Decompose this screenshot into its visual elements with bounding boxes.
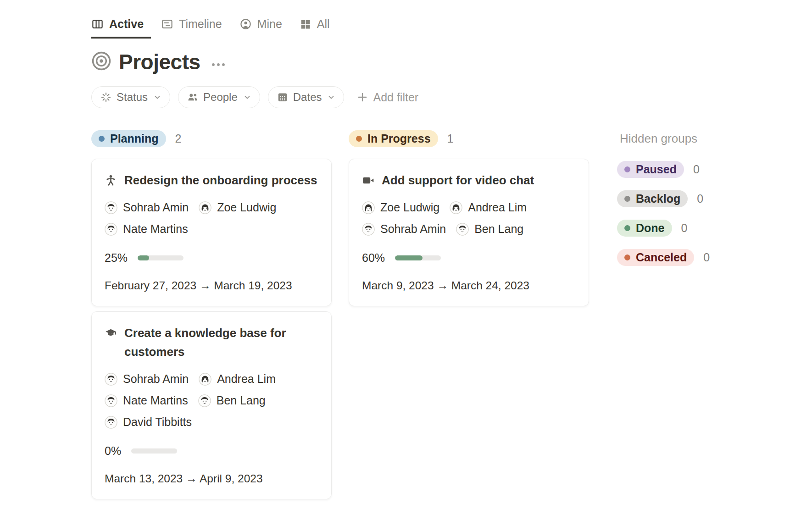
status-dot [624,254,630,260]
hidden-group-count: 0 [681,221,688,235]
graduation-cap-icon [105,327,117,361]
tab-label: Active [109,17,144,31]
progress-bar [131,448,177,454]
progress-value: 25% [105,251,128,265]
filter-dates[interactable]: Dates [268,86,345,108]
assignee: Ben Lang [456,222,523,236]
view-tabs: ActiveTimelineMineAll [91,17,794,39]
page-title[interactable]: Projects [119,50,200,74]
card-assignees: Sohrab AminAndrea LimNate MartinsBen Lan… [105,372,318,429]
avatar [105,201,117,214]
status-label: Done [636,221,665,235]
assignee-name: Ben Lang [474,222,523,236]
filter-label: Status [117,91,148,104]
assignee: Zoe Ludwig [362,201,439,214]
card-assignees: Zoe LudwigAndrea LimSohrab AminBen Lang [362,201,576,236]
avatar [456,223,469,236]
card-progress: 0% [105,444,318,458]
status-label: Canceled [636,251,687,264]
tab-active[interactable]: Active [91,17,151,39]
more-options-button[interactable] [211,60,225,68]
assignee: Nate Martins [105,394,188,407]
people-icon [187,91,199,103]
assignee-name: Nate Martins [123,394,188,407]
projects-board-page: ActiveTimelineMineAll Projects StatusPeo… [0,0,812,504]
status-dot [99,136,105,142]
status-badge-planning[interactable]: Planning [91,130,166,147]
assignee-name: Nate Martins [123,222,188,236]
status-dot [356,136,362,142]
assignee: Zoe Ludwig [199,201,276,214]
status-badge-paused[interactable]: Paused [617,161,684,178]
assignee: Nate Martins [105,222,188,236]
filter-people[interactable]: People [178,86,260,108]
progress-value: 60% [362,251,385,265]
hidden-group-canceled: Canceled0 [617,249,710,266]
assignee: Sohrab Amin [105,372,189,386]
avatar [450,201,462,214]
card-title-row: Add support for video chat [362,171,576,190]
hidden-group-done: Done0 [617,220,710,237]
status-badge-done[interactable]: Done [617,220,672,237]
card-dates: February 27, 2023 → March 19, 2023 [105,279,318,292]
avatar [105,223,117,236]
status-label: Planning [110,132,159,145]
hidden-groups-section: Hidden groups Paused0Backlog0Done0Cancel… [617,130,710,278]
status-badge-backlog[interactable]: Backlog [617,190,688,207]
assignee: Andrea Lim [450,201,527,214]
video-camera-icon [362,174,374,190]
hidden-group-count: 0 [693,163,700,176]
hidden-groups-title: Hidden groups [620,132,710,146]
avatar [105,394,117,407]
status-dot [624,166,630,172]
tab-label: Mine [257,17,282,31]
assignee-name: Ben Lang [217,394,266,407]
progress-fill [395,255,423,260]
avatar [199,373,211,386]
hidden-group-backlog: Backlog0 [617,190,710,207]
status-dot [624,196,630,202]
progress-bar [138,255,184,260]
card-title: Create a knowledge base for customers [124,324,318,361]
project-card[interactable]: Create a knowledge base for customersSoh… [91,311,332,499]
assignee: Sohrab Amin [362,222,446,236]
card-title-row: Redesign the onboarding process [105,171,318,190]
card-title-row: Create a knowledge base for customers [105,324,318,361]
card-dates: March 13, 2023 → April 9, 2023 [105,472,318,485]
status-label: In Progress [367,132,431,145]
filter-status[interactable]: Status [91,86,170,108]
kanban-board: Planning2Redesign the onboarding process… [91,130,794,504]
hidden-groups-list: Paused0Backlog0Done0Canceled0 [617,161,710,266]
progress-fill [138,255,149,260]
project-card[interactable]: Add support for video chatZoe LudwigAndr… [349,159,589,306]
assignee-name: Sohrab Amin [123,201,189,214]
column-count: 2 [175,132,182,145]
status-icon [100,91,112,103]
avatar [199,201,211,214]
assignee-name: Sohrab Amin [123,372,189,386]
column-header: In Progress1 [349,130,589,147]
add-filter-label: Add filter [373,91,418,104]
card-progress: 60% [362,251,576,265]
board-icon [91,18,104,30]
column-planning: Planning2Redesign the onboarding process… [91,130,332,504]
project-card[interactable]: Redesign the onboarding processSohrab Am… [91,159,332,306]
status-badge-in-progress[interactable]: In Progress [349,130,438,147]
plus-icon [356,91,368,103]
grid-icon [300,18,311,30]
add-filter-button[interactable]: Add filter [356,91,418,104]
assignee: David Tibbitts [105,415,192,429]
tab-mine[interactable]: Mine [239,17,289,39]
status-dot [624,225,630,231]
tab-timeline[interactable]: Timeline [161,17,229,39]
status-badge-canceled[interactable]: Canceled [617,249,694,266]
card-assignees: Sohrab AminZoe LudwigNate Martins [105,201,318,236]
chevron-down-icon [152,92,162,102]
assignee-name: David Tibbitts [123,415,192,429]
more-icon [211,60,225,68]
page-header: Projects [91,50,794,74]
card-dates: March 9, 2023 → March 24, 2023 [362,279,576,292]
tab-all[interactable]: All [300,17,337,39]
filter-bar: StatusPeopleDatesAdd filter [91,86,794,108]
chevron-down-icon [242,92,252,102]
